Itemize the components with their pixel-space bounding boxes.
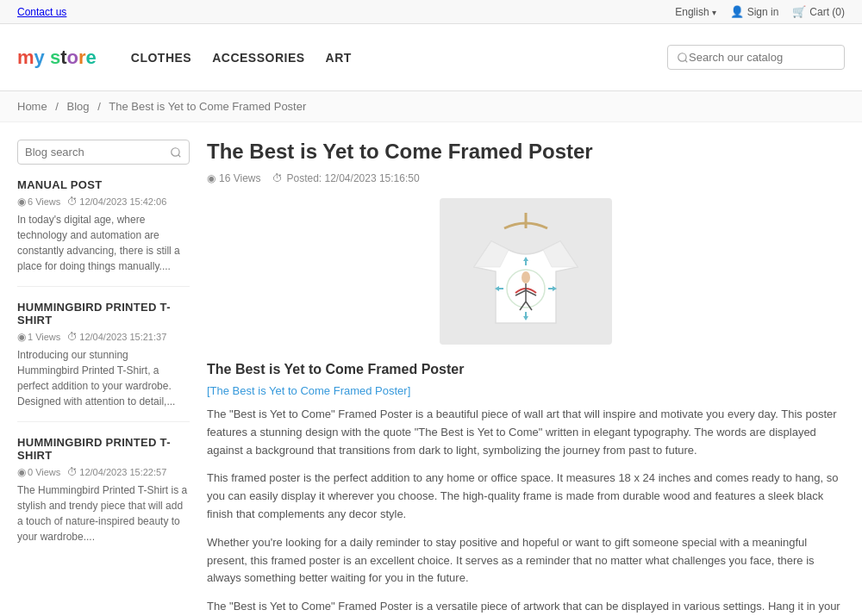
cart-link[interactable]: Cart (0)	[792, 5, 845, 18]
post-image-box	[440, 198, 612, 345]
sidebar-post-1-views: 6 Views	[17, 196, 60, 208]
page-content: MANUAL POST 6 Views 12/04/2023 15:42:06 …	[0, 122, 862, 616]
sidebar-post-2-meta: 1 Views 12/04/2023 15:21:37	[17, 331, 190, 343]
language-label: English	[675, 6, 709, 18]
contact-link[interactable]: Contact us	[17, 6, 66, 18]
svg-line-1	[685, 59, 688, 62]
breadcrumb-blog[interactable]: Blog	[67, 100, 90, 113]
search-input[interactable]	[689, 51, 835, 64]
main-nav: CLOTHES ACCESSORIES ART	[131, 47, 641, 68]
blog-search-input[interactable]	[25, 146, 170, 159]
clock-icon	[67, 466, 78, 478]
top-bar: Contact us English Sign in Cart (0)	[0, 0, 862, 24]
breadcrumb: Home / Blog / The Best is Yet to Come Fr…	[0, 91, 862, 122]
signin-label: Sign in	[747, 6, 779, 18]
blog-search-icon	[170, 146, 182, 159]
search-icon	[677, 52, 689, 64]
svg-point-6	[522, 271, 530, 283]
post-paragraph-2: This framed poster is the perfect additi…	[207, 470, 845, 523]
post-image-link[interactable]: [The Best is Yet to Come Framed Poster]	[207, 384, 845, 397]
sidebar-post-3-views: 0 Views	[17, 466, 60, 478]
post-views: 16 Views	[207, 172, 260, 184]
main-content: The Best is Yet to Come Framed Poster 16…	[207, 140, 845, 616]
sidebar-post-3-meta: 0 Views 12/04/2023 15:22:57	[17, 466, 190, 478]
post-image-svg	[457, 202, 595, 340]
sidebar-post-1-date: 12/04/2023 15:42:06	[67, 196, 166, 208]
eye-icon	[17, 466, 26, 478]
sidebar-post-1-excerpt: In today's digital age, where technology…	[17, 212, 190, 274]
sidebar-post-1: MANUAL POST 6 Views 12/04/2023 15:42:06 …	[17, 178, 190, 287]
clock-icon	[272, 172, 283, 184]
post-date: Posted: 12/04/2023 15:16:50	[272, 172, 419, 184]
sidebar-post-2-date: 12/04/2023 15:21:37	[67, 331, 166, 343]
breadcrumb-sep2: /	[97, 100, 101, 113]
sidebar-post-3-excerpt: The Hummingbird Printed T-Shirt is a sty…	[17, 482, 190, 544]
sidebar-post-1-title: MANUAL POST	[17, 178, 190, 191]
sidebar-post-2-title: HUMMINGBIRD PRINTED T-SHIRT	[17, 301, 190, 327]
breadcrumb-current: The Best is Yet to Come Framed Poster	[109, 100, 306, 113]
post-image-container	[207, 198, 845, 345]
nav-clothes[interactable]: CLOTHES	[131, 47, 191, 68]
nav-accessories[interactable]: ACCESSORIES	[212, 47, 304, 68]
sidebar-post-2-views: 1 Views	[17, 331, 60, 343]
signin-link[interactable]: Sign in	[730, 5, 779, 18]
search-box[interactable]	[667, 45, 845, 70]
svg-line-3	[178, 154, 181, 157]
post-title: The Best is Yet to Come Framed Poster	[207, 140, 845, 164]
eye-icon	[207, 172, 216, 184]
post-paragraph-1: The "Best is Yet to Come" Framed Poster …	[207, 406, 845, 459]
breadcrumb-home[interactable]: Home	[17, 100, 47, 113]
clock-icon	[67, 331, 78, 343]
sidebar-post-2-excerpt: Introducing our stunning Hummingbird Pri…	[17, 347, 190, 409]
sidebar-post-3: HUMMINGBIRD PRINTED T-SHIRT 0 Views 12/0…	[17, 436, 190, 557]
blog-search-box[interactable]	[17, 140, 190, 165]
svg-point-2	[172, 147, 179, 155]
cart-label: Cart (0)	[809, 6, 845, 18]
eye-icon	[17, 331, 26, 343]
post-paragraph-4: The "Best is Yet to Come" Framed Poster …	[207, 598, 845, 616]
header: my store CLOTHES ACCESSORIES ART	[0, 24, 862, 91]
post-paragraph-3: Whether you're looking for a daily remin…	[207, 534, 845, 588]
sidebar-post-3-title: HUMMINGBIRD PRINTED T-SHIRT	[17, 436, 190, 462]
sidebar-post-3-date: 12/04/2023 15:22:57	[67, 466, 166, 478]
sidebar-post-1-meta: 6 Views 12/04/2023 15:42:06	[17, 196, 190, 208]
user-icon	[730, 5, 744, 18]
svg-point-0	[678, 53, 686, 60]
post-header-meta: 16 Views Posted: 12/04/2023 15:16:50	[207, 172, 845, 184]
chevron-down-icon	[712, 6, 716, 18]
post-body: The Best is Yet to Come Framed Poster [T…	[207, 362, 845, 616]
sidebar: MANUAL POST 6 Views 12/04/2023 15:42:06 …	[17, 140, 190, 616]
eye-icon	[17, 196, 26, 208]
clock-icon	[67, 196, 78, 208]
top-bar-right: English Sign in Cart (0)	[675, 5, 845, 18]
post-subtitle: The Best is Yet to Come Framed Poster	[207, 362, 845, 377]
nav-art[interactable]: ART	[326, 47, 352, 68]
logo[interactable]: my store	[17, 47, 97, 69]
sidebar-post-2: HUMMINGBIRD PRINTED T-SHIRT 1 Views 12/0…	[17, 301, 190, 422]
language-selector[interactable]: English	[675, 6, 715, 18]
breadcrumb-sep1: /	[55, 100, 59, 113]
cart-icon	[792, 5, 806, 18]
